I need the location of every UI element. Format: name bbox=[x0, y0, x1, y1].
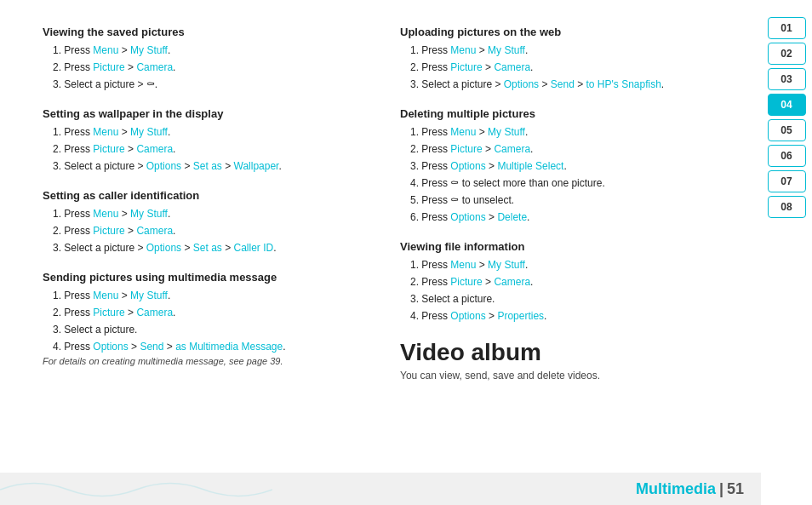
link-options: Options bbox=[146, 242, 181, 254]
section-wallpaper: Setting as wallpaper in the display 1. P… bbox=[43, 107, 375, 174]
link-menu: Menu bbox=[450, 126, 476, 138]
sidebar-item-01[interactable]: 01 bbox=[768, 17, 806, 39]
link-send: Send bbox=[551, 78, 575, 90]
section-upload-title: Uploading pictures on the web bbox=[400, 26, 732, 38]
link-camera: Camera bbox=[494, 61, 530, 73]
link-as-mms: as Multimedia Message bbox=[175, 341, 283, 353]
section-caller-id: Setting as caller identification 1. Pres… bbox=[43, 189, 375, 255]
section-caller-id-title: Setting as caller identification bbox=[43, 189, 375, 202]
list-item: 3. Select a picture. bbox=[410, 291, 732, 307]
link-options: Options bbox=[504, 78, 539, 90]
list-item: 2. Press Picture > Camera. bbox=[53, 60, 375, 75]
list-item: 4. Press Options > Properties. bbox=[410, 308, 732, 324]
right-column: Uploading pictures on the web 1. Press M… bbox=[400, 26, 732, 397]
list-item: 2. Press Picture > Camera. bbox=[410, 274, 732, 290]
list-item: 3. Select a picture. bbox=[53, 322, 375, 337]
list-item: 1. Press Menu > My Stuff. bbox=[53, 43, 375, 58]
sidebar-item-03[interactable]: 03 bbox=[768, 68, 806, 90]
video-album-section: Video album You can view, send, save and… bbox=[400, 339, 732, 382]
link-mystuff: My Stuff bbox=[130, 44, 168, 56]
link-camera: Camera bbox=[136, 225, 173, 237]
section-upload: Uploading pictures on the web 1. Press M… bbox=[400, 26, 732, 92]
list-item: 2. Press Picture > Camera. bbox=[53, 223, 375, 238]
link-menu: Menu bbox=[93, 290, 118, 301]
list-item: 1. Press Menu > My Stuff. bbox=[53, 288, 375, 303]
section-viewing-saved-title: Viewing the saved pictures bbox=[43, 26, 375, 38]
link-mystuff: My Stuff bbox=[130, 126, 168, 138]
list-item: 6. Press Options > Delete. bbox=[410, 209, 732, 225]
link-picture: Picture bbox=[450, 276, 482, 288]
link-mystuff: My Stuff bbox=[130, 290, 168, 301]
link-setas: Set as bbox=[193, 242, 222, 254]
link-options: Options bbox=[93, 341, 128, 353]
link-options: Options bbox=[450, 160, 485, 172]
list-item: 1. Press Menu > My Stuff. bbox=[410, 257, 732, 273]
section-send-mms-title: Sending pictures using multimedia messag… bbox=[43, 271, 375, 284]
list-item: 2. Press Picture > Camera. bbox=[53, 305, 375, 320]
list-item: 4. Press ⚰ to select more than one pictu… bbox=[410, 175, 732, 191]
link-picture: Picture bbox=[93, 143, 124, 155]
link-mystuff: My Stuff bbox=[488, 259, 525, 271]
list-item: 1. Press Menu > My Stuff. bbox=[410, 43, 732, 58]
link-mystuff: My Stuff bbox=[488, 126, 525, 138]
section-send-mms-note: For details on creating multimedia messa… bbox=[43, 356, 375, 366]
link-picture: Picture bbox=[93, 225, 124, 237]
sidebar-item-08[interactable]: 08 bbox=[768, 196, 806, 218]
list-item: 3. Select a picture > Options > Send > t… bbox=[410, 77, 732, 92]
link-delete: Delete bbox=[497, 211, 527, 223]
sidebar-item-04[interactable]: 04 bbox=[768, 94, 806, 116]
list-item: 1. Press Menu > My Stuff. bbox=[53, 206, 375, 221]
section-file-info-title: Viewing file information bbox=[400, 240, 732, 253]
link-setas: Set as bbox=[193, 160, 222, 172]
list-item: 1. Press Menu > My Stuff. bbox=[410, 124, 732, 140]
sidebar-item-06[interactable]: 06 bbox=[768, 145, 806, 167]
footer-separator: | bbox=[719, 480, 723, 498]
sidebar-item-05[interactable]: 05 bbox=[768, 119, 806, 141]
section-viewing-saved: Viewing the saved pictures 1. Press Menu… bbox=[43, 26, 375, 92]
link-picture: Picture bbox=[93, 307, 124, 318]
section-delete: Deleting multiple pictures 1. Press Menu… bbox=[400, 107, 732, 225]
link-camera: Camera bbox=[494, 276, 530, 288]
section-file-info: Viewing file information 1. Press Menu >… bbox=[400, 240, 732, 324]
link-send: Send bbox=[140, 341, 163, 353]
link-multiple-select: Multiple Select bbox=[497, 160, 563, 172]
section-wallpaper-title: Setting as wallpaper in the display bbox=[43, 107, 375, 120]
link-options: Options bbox=[450, 211, 485, 223]
link-picture: Picture bbox=[93, 61, 124, 73]
list-item: 2. Press Picture > Camera. bbox=[53, 141, 375, 157]
sidebar: 01 02 03 04 05 06 07 08 bbox=[761, 0, 812, 505]
link-wallpaper: Wallpaper bbox=[234, 160, 279, 172]
sidebar-item-02[interactable]: 02 bbox=[768, 43, 806, 65]
list-item: 2. Press Picture > Camera. bbox=[410, 141, 732, 157]
sidebar-item-07[interactable]: 07 bbox=[768, 170, 806, 192]
link-menu: Menu bbox=[93, 44, 118, 56]
link-picture: Picture bbox=[450, 143, 482, 155]
footer-multimedia: Multimedia bbox=[636, 480, 716, 498]
section-send-mms: Sending pictures using multimedia messag… bbox=[43, 271, 375, 366]
video-album-desc: You can view, send, save and delete vide… bbox=[400, 370, 732, 382]
link-menu: Menu bbox=[450, 44, 476, 56]
link-camera: Camera bbox=[136, 307, 173, 318]
link-camera: Camera bbox=[494, 143, 530, 155]
section-delete-title: Deleting multiple pictures bbox=[400, 107, 732, 120]
list-item: 4. Press Options > Send > as Multimedia … bbox=[53, 339, 375, 354]
link-menu: Menu bbox=[450, 259, 476, 271]
link-callerid: Caller ID bbox=[234, 242, 274, 254]
link-options: Options bbox=[450, 310, 485, 322]
footer-page-num: 51 bbox=[727, 480, 744, 498]
list-item: 1. Press Menu > My Stuff. bbox=[53, 124, 375, 140]
link-menu: Menu bbox=[93, 126, 118, 138]
link-menu: Menu bbox=[93, 208, 118, 220]
link-options: Options bbox=[146, 160, 181, 172]
link-snapfish: to HP's Snapfish bbox=[586, 78, 661, 90]
footer-bar: Multimedia | 51 bbox=[0, 473, 761, 505]
left-column: Viewing the saved pictures 1. Press Menu… bbox=[43, 26, 375, 397]
list-item: 3. Press Options > Multiple Select. bbox=[410, 158, 732, 174]
list-item: 3. Select a picture > Options > Set as >… bbox=[53, 240, 375, 255]
link-mystuff: My Stuff bbox=[130, 208, 168, 220]
list-item: 3. Select a picture > ⚰. bbox=[53, 77, 375, 92]
link-camera: Camera bbox=[136, 61, 173, 73]
link-camera: Camera bbox=[136, 143, 173, 155]
link-properties: Properties bbox=[497, 310, 544, 322]
list-item: 3. Select a picture > Options > Set as >… bbox=[53, 158, 375, 174]
